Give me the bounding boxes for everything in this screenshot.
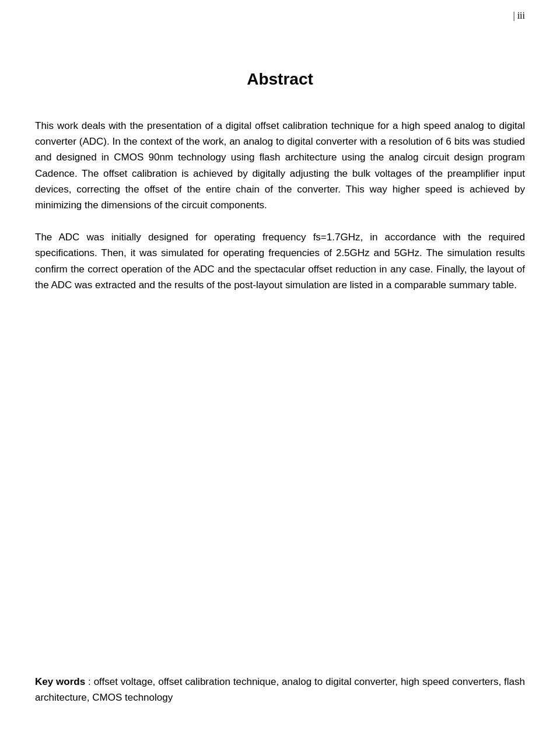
- paragraph-2-text: The ADC was initially designed for opera…: [35, 232, 525, 291]
- body-content: This work deals with the presentation of…: [35, 118, 525, 293]
- page-number-text: | iii: [513, 11, 525, 20]
- paragraph-2: The ADC was initially designed for opera…: [35, 229, 525, 293]
- keywords-label: Key words: [35, 676, 85, 687]
- keywords-content: offset voltage, offset calibration techn…: [35, 676, 525, 703]
- paragraph-1: This work deals with the presentation of…: [35, 118, 525, 213]
- keywords-separator: :: [85, 676, 94, 687]
- title-section: Abstract: [35, 70, 525, 89]
- keywords-section: Key words : offset voltage, offset calib…: [35, 674, 525, 705]
- page: | iii Abstract This work deals with the …: [0, 0, 560, 752]
- abstract-title: Abstract: [35, 70, 525, 89]
- paragraph-1-text: This work deals with the presentation of…: [35, 120, 525, 211]
- page-number: | iii: [513, 11, 525, 21]
- keywords-text: Key words : offset voltage, offset calib…: [35, 674, 525, 705]
